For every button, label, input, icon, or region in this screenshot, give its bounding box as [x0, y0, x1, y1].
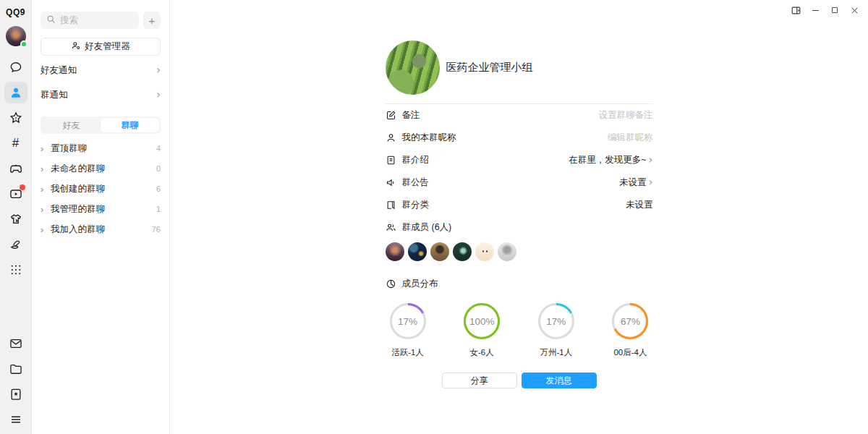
- search-input[interactable]: 搜索: [41, 12, 139, 29]
- clothes-icon: [9, 212, 23, 226]
- add-button[interactable]: +: [143, 12, 161, 29]
- distribution-header: 成员分布: [386, 273, 653, 295]
- notification-red-dot: [20, 184, 25, 190]
- group-category-joined[interactable]: › 我加入的群聊 76: [41, 219, 161, 239]
- qq-app-window: QQ9 z #: [0, 0, 868, 434]
- field-value: 未设置: [626, 199, 653, 211]
- expand-chevron-icon[interactable]: ›: [41, 224, 51, 235]
- member-avatar[interactable]: [408, 242, 427, 261]
- members-header[interactable]: 群成员 (6人): [386, 216, 653, 239]
- field-value: 未设置: [619, 176, 647, 189]
- rail-games-button[interactable]: [4, 158, 27, 179]
- group-count-badge: 4: [156, 144, 161, 153]
- rail-files-button[interactable]: [4, 358, 27, 380]
- expand-chevron-icon[interactable]: ›: [41, 204, 51, 215]
- minimize-icon: [811, 6, 820, 15]
- panel-toggle-button[interactable]: [789, 4, 802, 17]
- field-announcement[interactable]: 群公告 未设置 ›: [386, 171, 653, 194]
- minimize-button[interactable]: [809, 4, 822, 17]
- field-category[interactable]: 群分类 未设置: [386, 194, 653, 216]
- tab-groups[interactable]: 群聊: [101, 118, 159, 132]
- pie-chart-icon: [386, 278, 396, 289]
- search-placeholder: 搜索: [60, 14, 78, 27]
- donut-label: 万州-1人: [540, 347, 572, 358]
- field-label: 我的本群昵称: [402, 132, 456, 144]
- group-title: 医药企业管理小组: [446, 61, 533, 75]
- donut-location: 17% 万州-1人: [534, 302, 579, 358]
- person-icon: [386, 132, 396, 143]
- friend-manager-icon: [71, 41, 81, 53]
- rail-contacts-button[interactable]: [4, 82, 27, 103]
- game-controller-icon: [9, 161, 23, 176]
- chevron-right-icon: ›: [649, 177, 653, 188]
- speaker-icon: [386, 177, 396, 188]
- send-message-button[interactable]: 发消息: [522, 373, 597, 388]
- member-avatar[interactable]: [453, 242, 472, 261]
- group-category-pinned[interactable]: › 置顶群聊 4: [41, 138, 161, 158]
- group-count-badge: 76: [152, 225, 161, 234]
- hash-icon: #: [12, 136, 19, 150]
- group-avatar[interactable]: [386, 41, 440, 95]
- field-intro[interactable]: 群介绍 在群里，发现更多~ ›: [386, 149, 653, 171]
- chevron-right-icon: ›: [156, 90, 161, 101]
- expand-chevron-icon[interactable]: ›: [41, 184, 51, 195]
- group-category-unnamed[interactable]: › 未命名的群聊 0: [41, 158, 161, 179]
- expand-chevron-icon[interactable]: ›: [41, 143, 51, 154]
- group-profile-pane: 医药企业管理小组 备注 设置群聊备注 我的本群昵称 编辑群昵称: [170, 0, 868, 434]
- field-value: 在群里，发现更多~: [569, 154, 646, 166]
- group-category-created[interactable]: › 我创建的群聊 6: [41, 179, 161, 199]
- folder-icon: [9, 362, 23, 376]
- member-avatar[interactable]: [498, 242, 516, 261]
- group-category-managed[interactable]: › 我管理的群聊 1: [41, 199, 161, 219]
- document-icon: [386, 155, 396, 166]
- rail-favorites-button[interactable]: z: [4, 107, 27, 129]
- group-category-list: › 置顶群聊 4 › 未命名的群聊 0 › 我创建的群聊 6 › 我管理的群聊 …: [41, 138, 161, 239]
- user-avatar[interactable]: [6, 26, 26, 46]
- friend-manager-label: 好友管理器: [85, 41, 130, 53]
- group-profile-content: 医药企业管理小组 备注 设置群聊备注 我的本群昵称 编辑群昵称: [386, 0, 653, 388]
- close-button[interactable]: [848, 4, 861, 17]
- donut-label: 女-6人: [470, 347, 494, 358]
- field-value: 设置群聊备注: [599, 109, 653, 122]
- field-remark[interactable]: 备注 设置群聊备注: [386, 104, 653, 127]
- chevron-right-icon: ›: [156, 65, 161, 76]
- donut-percent: 17%: [389, 302, 427, 340]
- donut-percent: 17%: [537, 302, 575, 340]
- rail-messages-button[interactable]: [4, 56, 27, 78]
- rail-charity-button[interactable]: [4, 234, 27, 255]
- friend-manager-button[interactable]: 好友管理器: [41, 38, 161, 56]
- tab-friends[interactable]: 好友: [42, 118, 101, 132]
- friend-notifications-item[interactable]: 好友通知 ›: [41, 61, 161, 80]
- member-avatar[interactable]: [430, 242, 449, 261]
- expand-chevron-icon[interactable]: ›: [41, 163, 51, 174]
- group-notifications-label: 群通知: [41, 89, 68, 101]
- rail-menu-button[interactable]: [4, 409, 27, 430]
- group-count-badge: 0: [156, 164, 161, 173]
- field-nickname[interactable]: 我的本群昵称 编辑群昵称: [386, 127, 653, 149]
- member-avatar[interactable]: [475, 242, 494, 261]
- donut-label: 活跃-1人: [391, 347, 424, 358]
- members-label: 群成员 (6人): [402, 221, 452, 234]
- rail-video-button[interactable]: [4, 183, 27, 205]
- panel-toggle-icon: [791, 5, 801, 16]
- rail-qq-show-button[interactable]: [4, 208, 27, 230]
- contacts-panel: 搜索 + 好友管理器 好友通知 › 群通知 › 好友 群聊 › 置顶群聊 4: [32, 0, 170, 434]
- member-avatar[interactable]: [386, 242, 404, 261]
- chevron-right-icon: ›: [649, 155, 653, 166]
- distribution-label: 成员分布: [402, 278, 438, 290]
- grid-dots-icon: [9, 263, 22, 276]
- donut-chart: 17%: [537, 302, 575, 340]
- field-label: 备注: [402, 109, 420, 122]
- share-button[interactable]: 分享: [442, 373, 517, 388]
- rail-mail-button[interactable]: [4, 333, 27, 354]
- donut-chart: 100%: [463, 302, 501, 340]
- rail-channels-button[interactable]: #: [4, 132, 27, 154]
- rail-collections-button[interactable]: [4, 383, 27, 405]
- friend-notifications-label: 好友通知: [41, 64, 77, 77]
- field-label: 群分类: [402, 199, 430, 211]
- group-notifications-item[interactable]: 群通知 ›: [41, 85, 161, 105]
- donut-active: 17% 活跃-1人: [386, 302, 430, 358]
- rail-more-apps-button[interactable]: [4, 259, 27, 281]
- group-count-badge: 6: [156, 184, 161, 193]
- maximize-button[interactable]: [828, 4, 841, 17]
